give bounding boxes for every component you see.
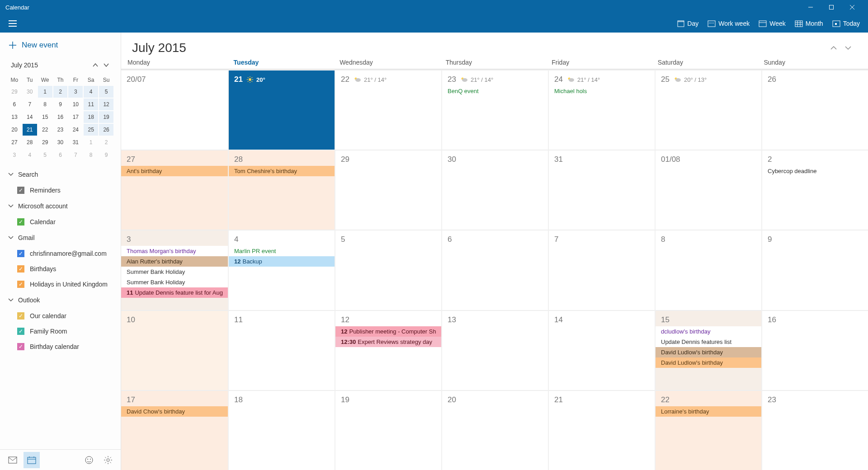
mini-day[interactable]: 8 [84,149,98,161]
day-cell[interactable]: 7 [548,230,655,310]
mini-day[interactable]: 18 [84,111,98,123]
mini-day[interactable]: 6 [53,149,68,161]
mini-day[interactable]: 21 [23,124,37,136]
mini-day[interactable]: 7 [23,99,37,110]
mini-day[interactable]: 20 [7,124,22,136]
view-month-button[interactable]: Month [790,17,828,30]
mini-day[interactable]: 6 [7,99,22,110]
prev-period-button[interactable] [828,42,839,53]
calendar-item[interactable]: ✓Birthdays [0,261,121,277]
mini-day[interactable]: 15 [38,111,52,123]
day-cell[interactable]: 23 21° / 14°BenQ event [441,70,548,150]
day-cell[interactable]: 5 [335,230,441,310]
event-item[interactable]: 12:30Expert Reviews strategy day [335,337,441,347]
mini-day[interactable]: 30 [23,86,37,98]
day-cell[interactable]: 4Marlin PR event12Backup [228,230,335,310]
view-work-week-button[interactable]: Work week [703,17,754,30]
new-event-button[interactable]: New event [0,33,121,57]
calendar-item[interactable]: ✓chrisfinnamore@gmail.com [0,246,121,261]
day-cell[interactable]: 21 [548,390,655,470]
event-item[interactable]: David Chow's birthday [121,406,228,417]
event-item[interactable]: Michael hols [549,86,655,96]
day-cell[interactable]: 23 [761,390,868,470]
mini-day[interactable]: 13 [7,111,22,123]
mini-day[interactable]: 3 [68,86,83,98]
view-day-button[interactable]: Day [673,17,703,30]
settings-icon[interactable] [100,452,116,468]
section-microsoft-account[interactable]: Microsoft account [0,198,121,214]
mini-day[interactable]: 12 [99,99,113,110]
day-cell[interactable]: 15dcludlow's birthdayUpdate Dennis featu… [655,310,761,390]
mini-day[interactable]: 17 [68,111,83,123]
day-cell[interactable]: 28Tom Cheshire's birthday [228,150,335,230]
event-item[interactable]: Thomas Morgan's birthday [121,246,228,256]
mini-day[interactable]: 11 [84,99,98,110]
mini-day[interactable]: 22 [38,124,52,136]
event-item[interactable]: Alan Rutter's birthday [121,256,228,267]
mini-day[interactable]: 9 [99,149,113,161]
event-item[interactable]: dcludlow's birthday [656,326,761,337]
minimize-button[interactable] [800,0,821,14]
event-item[interactable]: David Ludlow's birthday [656,357,761,368]
event-item[interactable]: BenQ event [442,86,548,96]
day-cell[interactable]: 24 21° / 14°Michael hols [548,70,655,150]
mail-icon[interactable] [5,452,21,468]
mini-day[interactable]: 8 [38,99,52,110]
day-cell[interactable]: 1212Publisher meeting - Computer Sh12:30… [335,310,441,390]
calendar-item[interactable]: ✓Reminders [0,183,121,198]
day-cell[interactable]: 3Thomas Morgan's birthdayAlan Rutter's b… [121,230,228,310]
event-item[interactable]: 12Publisher meeting - Computer Sh [335,326,441,337]
mini-day[interactable]: 4 [84,86,98,98]
day-cell[interactable]: 22Lorraine's birthday [655,390,761,470]
mini-day[interactable]: 1 [84,136,98,148]
day-cell[interactable]: 25 20° / 13° [655,70,761,150]
day-cell[interactable]: 2Cybercop deadline [761,150,868,230]
section-search[interactable]: Search [0,166,121,183]
day-cell[interactable]: 20 [441,390,548,470]
day-cell[interactable]: 27Ant's birthday [121,150,228,230]
mini-day[interactable]: 29 [38,136,52,148]
maximize-button[interactable] [821,0,842,14]
mini-day[interactable]: 9 [53,99,68,110]
day-cell[interactable]: 14 [548,310,655,390]
mini-day[interactable]: 30 [53,136,68,148]
day-cell[interactable]: 26 [761,70,868,150]
day-cell[interactable]: 31 [548,150,655,230]
section-gmail[interactable]: Gmail [0,230,121,246]
day-cell[interactable]: 13 [441,310,548,390]
calendar-item[interactable]: ✓Birthday calendar [0,339,121,354]
mini-day[interactable]: 5 [38,149,52,161]
mini-day[interactable]: 7 [68,149,83,161]
event-item[interactable]: Cybercop deadline [762,166,868,176]
day-cell[interactable]: 9 [761,230,868,310]
calendar-item[interactable]: ✓Family Room [0,324,121,339]
event-item[interactable]: Ant's birthday [121,166,228,176]
day-cell[interactable]: 10 [121,310,228,390]
calendar-item[interactable]: ✓Our calendar [0,308,121,324]
mini-next-button[interactable] [101,60,112,70]
mini-day[interactable]: 2 [99,136,113,148]
mini-day[interactable]: 23 [53,124,68,136]
day-cell[interactable]: 01/08 [655,150,761,230]
mini-day[interactable]: 28 [23,136,37,148]
day-cell[interactable]: 29 [335,150,441,230]
event-item[interactable]: Summer Bank Holiday [121,277,228,287]
day-cell[interactable]: 8 [655,230,761,310]
day-cell[interactable]: 30 [441,150,548,230]
day-cell[interactable]: 17David Chow's birthday [121,390,228,470]
event-item[interactable]: David Ludlow's birthday [656,347,761,357]
mini-day[interactable]: 26 [99,124,113,136]
mini-day[interactable]: 25 [84,124,98,136]
calendar-item[interactable]: ✓Calendar [0,214,121,230]
section-outlook[interactable]: Outlook [0,292,121,308]
mini-day[interactable]: 27 [7,136,22,148]
mini-day[interactable]: 31 [68,136,83,148]
day-cell[interactable]: 11 [228,310,335,390]
mini-day[interactable]: 1 [38,86,52,98]
mini-day[interactable]: 4 [23,149,37,161]
day-cell[interactable]: 19 [335,390,441,470]
hamburger-button[interactable] [4,14,22,33]
event-item[interactable]: Lorraine's birthday [656,406,761,417]
mini-day[interactable]: 10 [68,99,83,110]
day-cell[interactable]: 20/07 [121,70,228,150]
